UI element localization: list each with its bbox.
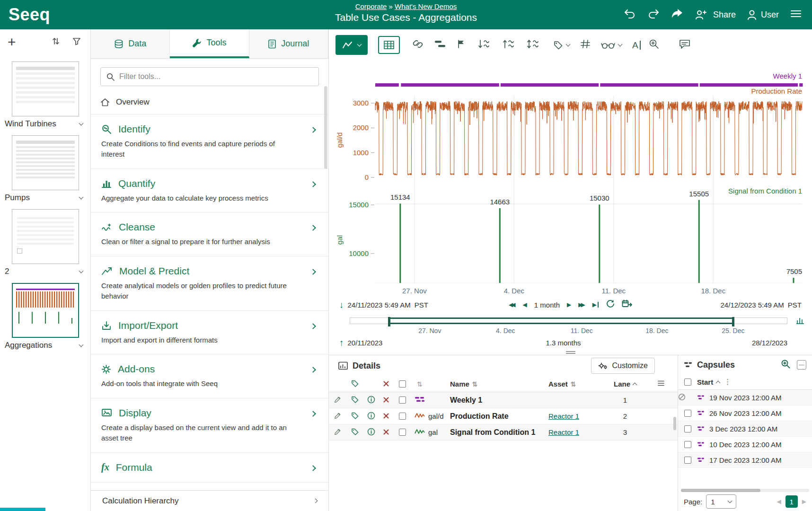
column-menu-icon[interactable] — [657, 380, 665, 388]
tag-icon[interactable] — [351, 428, 359, 437]
tools-panel-scrollbar[interactable] — [324, 86, 327, 169]
copy-range-calendar-icon[interactable] — [622, 300, 632, 310]
tool-add-ons[interactable]: Add-ons Add-on tools that integrate with… — [91, 354, 328, 398]
capsule-checkbox[interactable] — [684, 457, 691, 464]
tab-data[interactable]: Data — [91, 29, 170, 58]
zoom-in-icon[interactable] — [649, 39, 659, 51]
labels-tag-dropdown[interactable] — [553, 40, 570, 50]
column-header-start[interactable]: Start ⋮ — [697, 378, 812, 386]
tag-icon[interactable] — [351, 412, 359, 421]
worksheet-thumbnail[interactable] — [12, 135, 79, 190]
display-range-end[interactable]: 24/12/2023 5:49 AM — [721, 301, 784, 309]
row-asset-link[interactable]: Reactor 1 — [548, 412, 579, 420]
capsule-row[interactable]: 26 Nov 2023 12:00 AM — [678, 405, 812, 421]
investigate-range-end[interactable]: 28/12/2023 — [752, 339, 787, 347]
worksheet-thumbnail[interactable] — [12, 62, 79, 116]
column-header-name[interactable]: Name ⇅ — [450, 380, 478, 388]
current-page-button[interactable]: 1 — [786, 495, 798, 508]
details-row-weekly-1[interactable]: Weekly 1 1 — [329, 392, 678, 408]
details-row-signal-from-condition-1[interactable]: gal Signal from Condition 1 Reactor 1 3 — [329, 424, 678, 441]
calculation-hierarchy-button[interactable]: Calculation Hierarchy — [91, 490, 328, 511]
capsule-row[interactable]: 19 Nov 2023 12:00 AM — [678, 390, 812, 405]
annotate-comment-icon[interactable] — [679, 39, 690, 51]
edit-icon[interactable] — [334, 428, 342, 437]
tool-formula[interactable]: fx Formula — [91, 453, 328, 483]
filter-tools-input[interactable] — [119, 72, 313, 81]
link-icon[interactable] — [412, 39, 424, 51]
display-range-start[interactable]: 24/11/2023 5:49 AM — [348, 301, 411, 309]
worksheet-thumbnail[interactable] — [12, 283, 79, 338]
worksheet-menu-icon[interactable] — [79, 268, 84, 273]
info-icon[interactable] — [367, 396, 375, 405]
summarize-glasses-dropdown[interactable] — [601, 40, 622, 50]
step-back-half-icon[interactable]: ◀ — [523, 302, 527, 308]
tag-column-icon[interactable] — [351, 379, 359, 388]
capsule-row[interactable]: 3 Dec 2023 12:00 AM — [678, 421, 812, 437]
gridlines-icon[interactable] — [580, 39, 591, 51]
zoom-capsule-icon[interactable] — [781, 359, 790, 370]
slider-selection[interactable] — [389, 317, 733, 324]
worksheet-thumbnail[interactable] — [12, 209, 79, 264]
auto-arrange-sort-icon[interactable] — [527, 38, 541, 52]
investigate-range-start[interactable]: 20/11/2023 — [348, 339, 383, 347]
details-row-production-rate[interactable]: gal/d Production Rate Reactor 1 2 — [329, 408, 678, 424]
remove-icon[interactable] — [383, 428, 389, 436]
tool-model-predict[interactable]: Model & Predict Create analytical models… — [91, 256, 328, 311]
row-checkbox[interactable] — [399, 429, 406, 436]
column-header-lane[interactable]: Lane — [614, 380, 636, 388]
collapse-display-range-icon[interactable]: ↓ — [339, 300, 344, 309]
tag-icon[interactable] — [351, 396, 359, 405]
slider-track[interactable] — [350, 317, 787, 324]
format-labels-icon[interactable]: A — [632, 41, 641, 50]
details-scrollbar[interactable] — [673, 417, 676, 430]
range-chart-icon[interactable] — [796, 317, 804, 326]
filter-worksheets-icon[interactable] — [72, 37, 81, 47]
remove-icon[interactable] — [383, 412, 389, 420]
customize-button[interactable]: Customize — [591, 358, 655, 374]
worksheet-menu-icon[interactable] — [79, 194, 84, 199]
tool-import-export[interactable]: Import/Export Import and export in diffe… — [91, 311, 328, 355]
undo-icon[interactable] — [624, 9, 636, 21]
table-view-button[interactable] — [378, 36, 400, 54]
remove-column-icon[interactable] — [383, 380, 389, 388]
row-asset-link[interactable]: Reactor 1 — [548, 428, 579, 436]
reorder-worksheets-icon[interactable] — [52, 37, 60, 47]
worksheet-item-2[interactable]: 2 — [0, 209, 90, 276]
worksheet-item-aggregations[interactable]: Aggregations — [0, 283, 90, 350]
step-back-full-icon[interactable]: ◀◀ — [509, 302, 515, 308]
edit-icon[interactable] — [334, 396, 342, 405]
hamburger-menu-icon[interactable] — [790, 9, 802, 20]
capsule-row[interactable]: 17 Dec 2023 12:00 AM — [678, 452, 812, 468]
step-forward-full-icon[interactable]: ▶▶ — [578, 302, 585, 308]
prev-page-icon[interactable]: ◀ — [777, 499, 781, 504]
column-header-asset[interactable]: Asset ⇅ — [548, 380, 576, 388]
capsule-checkbox[interactable] — [684, 410, 691, 417]
investigate-range-duration[interactable]: 1.3 months — [546, 339, 581, 347]
step-forward-half-icon[interactable]: ▶ — [567, 302, 571, 308]
sort-items-icon[interactable]: ⇅ — [417, 380, 423, 388]
one-axis-sort-icon[interactable] — [502, 38, 516, 52]
tool-identify[interactable]: Identify Create Conditions to find event… — [91, 115, 328, 169]
worksheet-item-pumps[interactable]: Pumps — [0, 135, 90, 203]
view-mode-trend-button[interactable] — [335, 35, 368, 55]
add-worksheet-button[interactable]: + — [8, 35, 16, 49]
tool-quantify[interactable]: Quantify Aggregate your data to calculat… — [91, 169, 328, 213]
worksheet-menu-icon[interactable] — [79, 342, 84, 347]
collapse-panel-icon[interactable] — [797, 360, 806, 370]
info-icon[interactable] — [367, 428, 375, 437]
tool-overview[interactable]: Overview — [91, 93, 328, 115]
trend-chart[interactable]: 27. Nov4. Dec11. Dec18. DecWeekly 1Produ… — [329, 62, 812, 297]
breadcrumb-whats-new-demos[interactable]: What's New Demos — [395, 2, 457, 10]
step-to-now-icon[interactable]: ▶ — [592, 302, 599, 308]
tool-display[interactable]: Display Create a display based on the cu… — [91, 398, 328, 453]
capsule-row[interactable]: 10 Dec 2023 12:00 AM — [678, 437, 812, 452]
display-range-duration[interactable]: 1 month — [534, 301, 560, 309]
worksheet-menu-icon[interactable] — [79, 121, 84, 125]
tool-filter-box[interactable] — [100, 67, 319, 86]
compare-flag-icon[interactable] — [457, 39, 465, 51]
redo-icon[interactable] — [647, 9, 660, 21]
capsule-checkbox[interactable] — [684, 441, 691, 448]
row-checkbox[interactable] — [399, 413, 406, 420]
user-button[interactable]: User — [747, 9, 779, 20]
edit-icon[interactable] — [334, 412, 342, 421]
